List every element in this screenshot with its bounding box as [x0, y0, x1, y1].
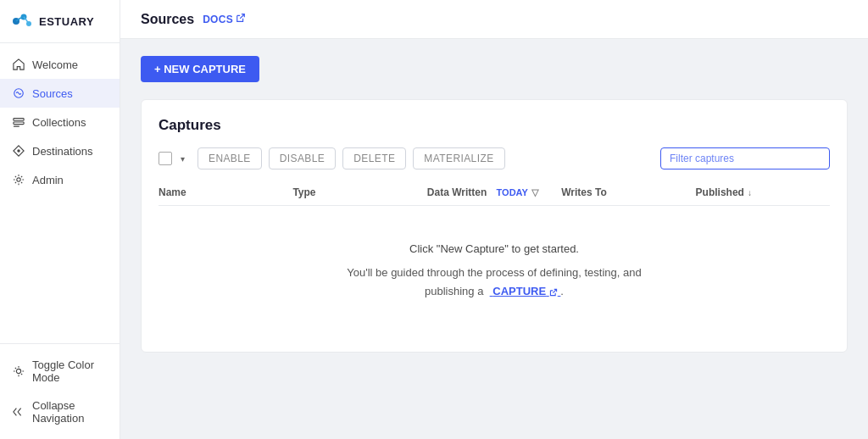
page-title: Sources [141, 12, 194, 27]
estuary-logo-icon [10, 12, 34, 31]
captures-title: Captures [159, 117, 830, 134]
empty-state-line2: You'll be guided through the process of … [175, 264, 813, 301]
col-published[interactable]: Published ↓ [696, 186, 830, 198]
col-type: Type [292, 186, 426, 198]
select-all-checkbox[interactable] [159, 152, 172, 165]
filter-input[interactable] [660, 147, 830, 169]
logo: ESTUARY [0, 0, 120, 43]
sidebar-item-collapse-nav[interactable]: Collapse Navigation [0, 392, 120, 432]
sidebar-item-welcome[interactable]: Welcome [0, 50, 120, 79]
svg-rect-4 [14, 119, 24, 121]
empty-state-line1: Click "New Capture" to get started. [175, 240, 813, 258]
sidebar-nav: Welcome Sources Collections Destinations… [0, 43, 120, 343]
sidebar-item-collections[interactable]: Collections [0, 108, 120, 136]
svg-rect-6 [14, 125, 19, 126]
docs-link[interactable]: DOCS [203, 13, 246, 25]
admin-icon [12, 173, 25, 186]
delete-button[interactable]: DELETE [342, 147, 406, 169]
header: Sources DOCS [120, 0, 868, 39]
svg-point-7 [17, 149, 20, 153]
sources-icon [12, 86, 25, 100]
svg-point-9 [16, 369, 20, 373]
toolbar: ▾ ENABLE DISABLE DELETE MATERIALIZE [159, 147, 830, 169]
col-data-written: Data Written TODAY ▽ [427, 186, 561, 198]
svg-rect-5 [14, 122, 24, 125]
captures-section: Captures ▾ ENABLE DISABLE DELETE MATERIA… [141, 99, 848, 353]
table-header: Name Type Data Written TODAY ▽ Writes To… [159, 180, 830, 206]
sort-icon: ↓ [748, 188, 752, 197]
col-writes-to: Writes To [561, 186, 695, 198]
filter-wrapper [660, 147, 830, 169]
external-link-icon [236, 13, 246, 25]
home-icon [12, 58, 25, 71]
destinations-icon [12, 144, 25, 158]
svg-point-8 [17, 178, 20, 181]
logo-text: ESTUARY [39, 15, 94, 28]
col-name: Name [159, 186, 292, 198]
new-capture-button[interactable]: + NEW CAPTURE [141, 56, 259, 82]
dropdown-arrow[interactable]: ▾ [174, 150, 191, 167]
capture-link[interactable]: CAPTURE [490, 285, 561, 297]
today-filter[interactable]: TODAY [497, 187, 528, 197]
sun-icon [12, 364, 25, 378]
materialize-button[interactable]: MATERIALIZE [413, 147, 504, 169]
content-area: + NEW CAPTURE Captures ▾ ENABLE DISABLE … [120, 39, 868, 439]
enable-button[interactable]: ENABLE [198, 147, 262, 169]
checkbox-wrapper: ▾ [159, 150, 191, 167]
sidebar-item-toggle-color[interactable]: Toggle Color Mode [0, 351, 120, 392]
sidebar-item-destinations[interactable]: Destinations [0, 136, 120, 165]
collapse-icon [12, 405, 25, 419]
empty-state: Click "New Capture" to get started. You'… [159, 206, 830, 335]
filter-icon: ▽ [531, 187, 538, 198]
sidebar-item-admin[interactable]: Admin [0, 165, 120, 194]
collections-icon [12, 115, 25, 129]
sidebar: ESTUARY Welcome Sources Collections Dest… [0, 0, 120, 439]
main-content: Sources DOCS + NEW CAPTURE Captures ▾ EN… [120, 0, 868, 439]
sidebar-bottom: Toggle Color Mode Collapse Navigation [0, 343, 120, 439]
sidebar-item-sources[interactable]: Sources [0, 79, 120, 108]
disable-button[interactable]: DISABLE [269, 147, 337, 169]
